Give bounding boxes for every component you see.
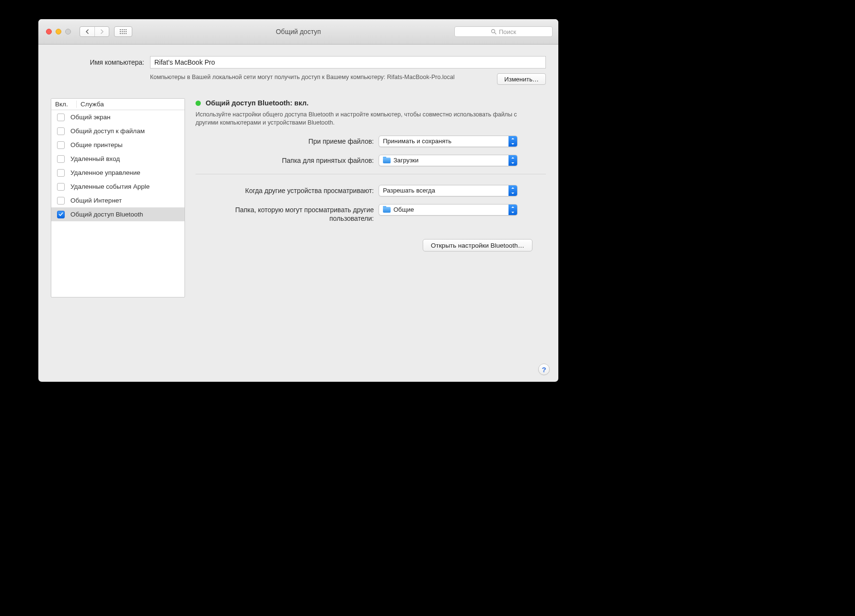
service-label: Удаленное управление (70, 169, 140, 176)
browse-folder-label: Папка, которую могут просматривать други… (196, 204, 379, 223)
service-label: Удаленные события Apple (70, 183, 150, 190)
service-detail: Общий доступ Bluetooth: вкл. Используйте… (196, 98, 546, 297)
receive-action-popup[interactable]: Принимать и сохранять (379, 136, 518, 147)
service-label: Удаленный вход (70, 155, 120, 162)
service-label: Общий экран (70, 114, 110, 121)
receive-action-label: При приеме файлов: (196, 137, 379, 145)
svg-line-1 (495, 33, 496, 34)
chevron-right-icon (100, 29, 104, 34)
show-all-button[interactable] (114, 26, 132, 37)
service-row[interactable]: Общий Интернет (51, 194, 185, 207)
search-input[interactable]: Поиск (454, 26, 553, 37)
services-table: Вкл. Служба Общий экранОбщий доступ к фа… (51, 98, 185, 297)
window-controls (46, 29, 71, 34)
computer-name-description: Компьютеры в Вашей локальной сети могут … (150, 73, 491, 81)
service-checkbox[interactable] (57, 183, 65, 191)
service-checkbox[interactable] (57, 127, 65, 135)
body: Имя компьютера: Компьютеры в Вашей локал… (38, 45, 558, 382)
open-bluetooth-settings-button[interactable]: Открыть настройки Bluetooth… (423, 239, 532, 251)
popup-stepper-icon (508, 136, 517, 147)
service-row[interactable]: Удаленные события Apple (51, 180, 185, 194)
nav-segmented (80, 26, 109, 37)
browse-action-popup[interactable]: Разрешать всегда (379, 185, 518, 196)
col-service-header: Служба (76, 101, 185, 108)
forward-button (94, 27, 109, 36)
service-row[interactable]: Общий экран (51, 110, 185, 124)
service-label: Общий доступ к файлам (70, 127, 145, 135)
minimize-window-button[interactable] (56, 29, 61, 34)
service-label: Общий Интернет (70, 197, 122, 204)
help-button[interactable]: ? (538, 364, 550, 375)
popup-stepper-icon (508, 155, 517, 166)
edit-hostname-button[interactable]: Изменить… (497, 73, 546, 85)
service-row[interactable]: Удаленное управление (51, 166, 185, 180)
titlebar: Общий доступ Поиск (38, 19, 558, 45)
receive-folder-value: Загрузки (393, 157, 418, 164)
service-description: Используйте настройки общего доступа Blu… (196, 111, 521, 127)
service-row[interactable]: Общий доступ к файлам (51, 124, 185, 138)
service-checkbox[interactable] (57, 169, 65, 177)
service-checkbox[interactable] (57, 114, 65, 121)
status-title: Общий доступ Bluetooth: вкл. (206, 99, 309, 107)
receive-action-value: Принимать и сохранять (383, 137, 451, 145)
browse-action-label: Когда другие устройства просматривают: (196, 187, 379, 194)
receive-folder-popup[interactable]: Загрузки (379, 155, 518, 166)
chevron-left-icon (85, 29, 89, 34)
computer-name-label: Имя компьютера: (51, 58, 144, 66)
service-row[interactable]: Удаленный вход (51, 152, 185, 166)
service-label: Общий доступ Bluetooth (70, 211, 143, 218)
service-checkbox[interactable] (57, 197, 65, 205)
browse-folder-popup[interactable]: Общие (379, 204, 518, 216)
close-window-button[interactable] (46, 29, 52, 34)
zoom-window-button (65, 29, 71, 34)
folder-icon (383, 207, 391, 213)
divider (196, 174, 546, 174)
sharing-prefpane-window: Общий доступ Поиск Имя компьютера: Компь… (38, 19, 558, 382)
receive-folder-label: Папка для принятых файлов: (196, 157, 379, 164)
search-icon (491, 29, 497, 34)
service-row[interactable]: Общий доступ Bluetooth (51, 207, 185, 221)
search-placeholder: Поиск (499, 28, 516, 35)
computer-name-field[interactable] (150, 56, 546, 68)
service-row[interactable]: Общие принтеры (51, 138, 185, 152)
folder-icon (383, 158, 391, 163)
grid-icon (120, 29, 127, 34)
services-header: Вкл. Служба (51, 99, 185, 110)
service-checkbox[interactable] (57, 155, 65, 163)
col-on-header: Вкл. (51, 101, 76, 108)
back-button[interactable] (80, 27, 94, 36)
browse-folder-value: Общие (393, 206, 414, 213)
browse-action-value: Разрешать всегда (383, 187, 435, 194)
popup-stepper-icon (508, 205, 517, 215)
status-indicator-icon (196, 101, 201, 106)
service-label: Общие принтеры (70, 141, 123, 148)
service-checkbox[interactable] (57, 211, 65, 218)
service-checkbox[interactable] (57, 141, 65, 149)
svg-point-0 (491, 30, 495, 33)
popup-stepper-icon (508, 185, 517, 196)
